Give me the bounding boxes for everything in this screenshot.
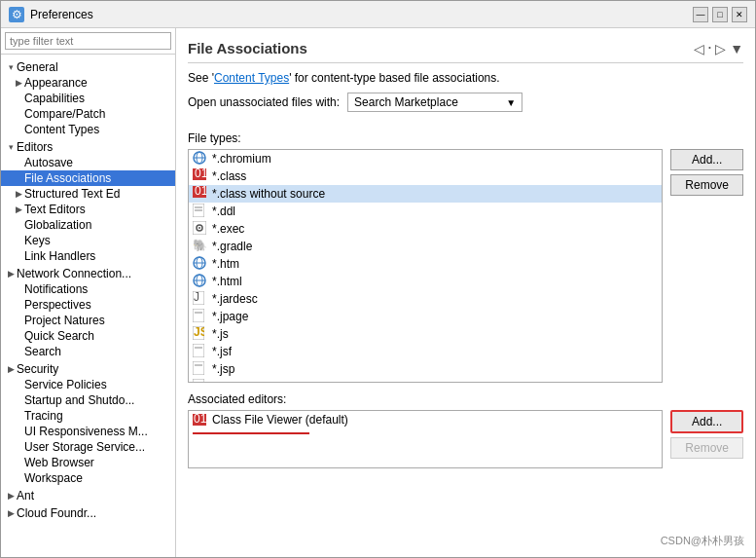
back-button[interactable]: ◁ (694, 41, 704, 56)
sidebar-item-search[interactable]: Search (1, 344, 175, 359)
sidebar-item-text-editors[interactable]: ▶ Text Editors (1, 202, 175, 217)
titlebar: ⚙ Preferences — □ ✕ (1, 1, 755, 28)
expand-icon (13, 315, 24, 326)
file-item-class[interactable]: 010 *.class (189, 167, 662, 185)
sidebar-label-editors: Editors (17, 140, 53, 154)
file-item-chromium[interactable]: *.chromium (189, 150, 662, 167)
file-item-html[interactable]: *.html (189, 273, 662, 290)
sidebar-label-quick-search: Quick Search (24, 329, 94, 343)
sidebar-item-cloud-foundry[interactable]: ▶ Cloud Foundr... (1, 505, 175, 521)
remove-editor-button: Remove (670, 437, 743, 459)
file-item-exec[interactable]: *.exec (189, 220, 662, 238)
sidebar-label-capabilities: Capabilities (24, 92, 85, 105)
maximize-button[interactable]: □ (712, 7, 728, 22)
file-name: *.chromium (212, 152, 271, 166)
sidebar-item-structured-text[interactable]: ▶ Structured Text Ed (1, 186, 175, 202)
file-name: *.html (212, 275, 242, 288)
globe-icon (193, 274, 208, 289)
file-item-jsp[interactable]: *.jsp (189, 360, 662, 378)
file-item-js[interactable]: JS *.js (189, 325, 662, 343)
expand-icon (13, 410, 24, 422)
sidebar-item-network[interactable]: ▶ Network Connection... (1, 266, 175, 281)
sidebar-item-startup-shutdown[interactable]: Startup and Shutdo... (1, 392, 175, 408)
file-item-gradle[interactable]: 🐘 *.gradle (189, 238, 662, 255)
globe-icon (193, 256, 208, 272)
expand-icon (13, 346, 24, 357)
assoc-editor-item[interactable]: 010 Class File Viewer (default) (189, 411, 662, 428)
file-item-jardesc[interactable]: J *.jardesc (189, 290, 662, 308)
sidebar-item-general[interactable]: ▾ General (1, 59, 175, 75)
sidebar-item-user-storage[interactable]: User Storage Service... (1, 439, 175, 455)
sidebar-item-capabilities[interactable]: Capabilities (1, 91, 175, 106)
open-with-dropdown[interactable]: Search Marketplace ▼ (347, 93, 522, 112)
sidebar-item-compare-patch[interactable]: Compare/Patch (1, 106, 175, 122)
sidebar-item-web-browser[interactable]: Web Browser (1, 455, 175, 470)
expand-icon (13, 219, 24, 231)
sidebar-label-structured-text: Structured Text Ed (24, 187, 121, 201)
sidebar-item-keys[interactable]: Keys (1, 233, 175, 248)
file-item-jsf[interactable]: *.jsf (189, 343, 662, 360)
expand-icon: ▶ (13, 77, 24, 89)
main-content: ▾ General ▶ Appearance Capabilities Comp… (1, 28, 755, 557)
nav-separator: · (708, 41, 711, 56)
sidebar-item-quick-search[interactable]: Quick Search (1, 328, 175, 344)
file-item-ddl[interactable]: *.ddl (189, 203, 662, 220)
window-title: Preferences (30, 8, 693, 21)
assoc-editors-list[interactable]: 010 Class File Viewer (default) (188, 410, 663, 468)
expand-icon: ▶ (13, 188, 24, 200)
tree-item-general: ▾ General ▶ Appearance Capabilities Comp… (1, 58, 175, 138)
svg-point-12 (198, 227, 200, 229)
sidebar-item-ui-responsiveness[interactable]: UI Responsiveness M... (1, 424, 175, 439)
content-types-link[interactable]: Content Types (214, 71, 289, 85)
file-item-jspf[interactable]: *.jspf (189, 378, 662, 383)
expand-icon (13, 108, 24, 120)
sidebar-item-security[interactable]: ▶ Security (1, 361, 175, 377)
add-editor-button[interactable]: Add... (670, 410, 743, 433)
nav-menu-button[interactable]: ▼ (730, 41, 743, 56)
file-type-list[interactable]: *.chromium 010 *.class 010 (188, 149, 663, 383)
file-item-jpage[interactable]: *.jpage (189, 308, 662, 325)
close-button[interactable]: ✕ (732, 7, 747, 22)
sidebar-item-globalization[interactable]: Globalization (1, 217, 175, 233)
expand-icon (13, 172, 24, 184)
sidebar-item-appearance[interactable]: ▶ Appearance (1, 75, 175, 91)
sidebar-label-file-associations: File Associations (24, 171, 111, 185)
expand-icon: ▶ (5, 507, 17, 519)
add-file-type-button[interactable]: Add... (670, 149, 743, 170)
panel-title-text: File Associations (188, 40, 307, 56)
minimize-button[interactable]: — (693, 7, 708, 22)
file-list-buttons: Add... Remove (670, 149, 743, 383)
filter-input[interactable] (5, 32, 171, 50)
file-item-class-no-source[interactable]: 010 *.class without source (189, 185, 662, 203)
forward-button[interactable]: ▷ (715, 41, 726, 56)
sidebar-item-autosave[interactable]: Autosave (1, 155, 175, 170)
sidebar-label-service-policies: Service Policies (24, 378, 107, 391)
tree-item-security: ▶ Security Service Policies Startup and … (1, 360, 175, 487)
expand-icon: ▶ (13, 204, 24, 215)
remove-file-type-button[interactable]: Remove (670, 174, 743, 196)
sidebar-item-service-policies[interactable]: Service Policies (1, 377, 175, 392)
window-controls: — □ ✕ (693, 7, 747, 22)
file-item-htm[interactable]: *.htm (189, 255, 662, 273)
sidebar-label-workspace: Workspace (24, 471, 83, 485)
file-name: *.exec (212, 222, 244, 236)
sidebar-item-perspectives[interactable]: Perspectives (1, 297, 175, 313)
sidebar-item-editors[interactable]: ▾ Editors (1, 139, 175, 155)
assoc-editors-label: Associated editors: (188, 392, 743, 406)
red-line-divider (193, 432, 309, 434)
sidebar-item-content-types[interactable]: Content Types (1, 122, 175, 137)
sidebar-item-ant[interactable]: ▶ Ant (1, 488, 175, 503)
file-name: *.jsf (212, 345, 232, 358)
file-name: *.jsp (212, 362, 234, 376)
sidebar-item-notifications[interactable]: Notifications (1, 281, 175, 297)
page-icon (193, 344, 208, 359)
sidebar-label-startup-shutdown: Startup and Shutdo... (24, 393, 134, 407)
sidebar-item-tracing[interactable]: Tracing (1, 408, 175, 424)
sidebar-item-file-associations[interactable]: File Associations (1, 170, 175, 186)
open-with-row: Open unassociated files with: Search Mar… (188, 93, 743, 112)
sidebar-item-link-handlers[interactable]: Link Handlers (1, 248, 175, 264)
svg-text:J: J (194, 291, 199, 304)
sidebar-item-workspace[interactable]: Workspace (1, 470, 175, 486)
expand-icon: ▶ (5, 363, 17, 375)
sidebar-item-project-natures[interactable]: Project Natures (1, 313, 175, 328)
